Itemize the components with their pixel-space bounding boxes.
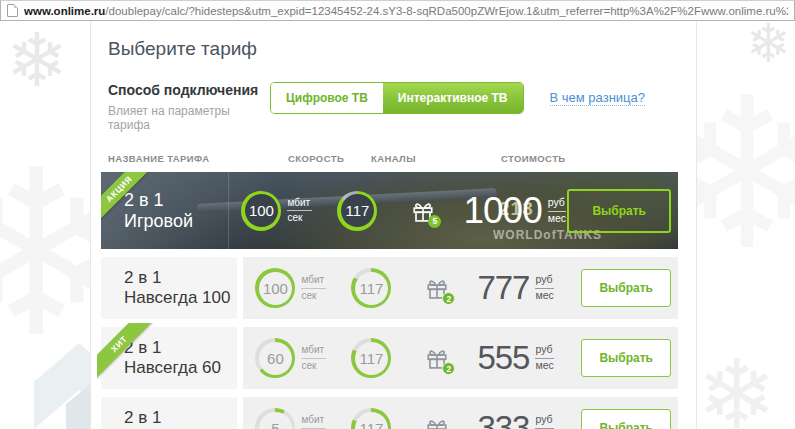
speed-value: 100 [245,194,278,227]
tariff-row-igrovoy: Акция 213 WORLDofTANKS 2 в 1 Игровой 100… [101,172,678,249]
price-cell: 777 руб мес [477,269,581,307]
price-value: 777 [477,269,529,307]
price-cell: 1000 руб мес [463,190,567,232]
price-unit-bottom: мес [548,212,566,226]
price-unit-top: руб [535,273,553,289]
promo-ribbon: Акция [101,172,153,224]
gift-icon: 2 [423,414,457,429]
price-unit-bottom: мес [535,359,553,373]
tariff-list: Акция 213 WORLDofTANKS 2 в 1 Игровой 100… [101,172,678,429]
speed-ring: 100 [241,191,281,231]
snowflake-icon: ❄ [697,347,777,429]
select-tariff-button[interactable]: Выбрать [581,409,671,429]
browser-address-bar[interactable]: www.onlime.ru/doublepay/calc/?hidesteps&… [0,0,795,21]
speed-cell: 5 мбит сек [255,408,351,429]
connection-method-section: Способ подключения Влияет на параметры т… [108,82,696,132]
price-unit: руб мес [535,413,553,429]
snowflake-icon: ❄ [746,16,791,70]
tariff-name: 2 в 1 Навсегда 100 [101,257,237,319]
channels-ring: 117 [351,408,391,429]
channels-ring: 117 [351,268,391,308]
speed-value: 60 [259,342,292,375]
url-text[interactable]: www.onlime.ru/doublepay/calc/?hidesteps&… [24,5,788,17]
speed-value: 5 [259,412,292,429]
header-speed: Скорость [288,153,371,164]
speed-unit-top: мбит [301,344,326,359]
speed-unit: мбит сек [301,344,326,372]
hit-ribbon-label: Хит [97,323,153,379]
url-path: /doublepay/calc/?hidesteps&utm_expid=123… [105,5,788,17]
speed-value: 100 [259,272,292,305]
toggle-interactive-tv[interactable]: Интерактивное ТВ [383,83,523,113]
channels-ring: 117 [351,338,391,378]
price-unit: руб мес [548,196,566,225]
header-price: Стоимость [501,153,696,164]
channels-ring: 117 [337,191,377,231]
channels-value: 117 [355,412,388,429]
promo-ribbon-label: Акция [101,172,153,224]
hit-ribbon: Хит [97,323,153,379]
speed-unit-top: мбит [301,414,326,429]
tariff-row-navsegda-60: Хит 2 в 1 Навсегда 60 60 мбит сек 117 [101,327,678,389]
select-tariff-button[interactable]: Выбрать [567,189,671,233]
header-channels: Каналы [371,153,501,164]
speed-unit-bottom: сек [301,359,326,373]
tariff-row-navsegda-100: 2 в 1 Навсегда 100 100 мбит сек 117 [101,257,678,319]
url-domain: www.onlime.ru [24,5,105,17]
header-tariff-name: Название тарифа [108,153,288,164]
speed-unit: мбит сек [301,414,326,429]
table-header: Название тарифа Скорость Каналы Стоимост… [108,153,696,164]
speed-cell: 60 мбит сек [255,338,351,378]
speed-ring: 5 [255,408,295,429]
tv-type-toggle: Цифровое ТВ Интерактивное ТВ [271,83,523,113]
speed-cell: 100 мбит сек [255,268,351,308]
channels-value: 117 [355,272,388,305]
channels-value: 117 [355,342,388,375]
connection-method-label: Способ подключения [108,82,271,98]
price-unit-top: руб [548,196,566,212]
gift-icon: 5 [409,197,443,225]
page-title: Выберите тариф [108,38,696,60]
speed-unit-bottom: сек [287,211,312,225]
gift-count-badge: 2 [442,292,455,305]
speed-unit-bottom: сек [301,289,326,303]
speed-unit-top: мбит [287,197,312,212]
page-document-icon [7,4,18,17]
price-unit-top: руб [535,343,553,359]
price-value: 1000 [463,190,541,232]
price-unit-bottom: мес [535,289,553,303]
tariff-row-navsegda-5: 2 в 1 Навсегда 5 5 мбит сек 117 [101,397,678,429]
snowflake-icon: ❄ [6,24,68,98]
channels-value: 117 [341,194,374,227]
tariff-name: 2 в 1 Навсегда 5 [101,397,237,429]
price-unit: руб мес [535,273,553,302]
speed-unit-top: мбит [301,274,326,289]
gift-count-badge: 2 [442,362,455,375]
select-tariff-button[interactable]: Выбрать [581,339,671,377]
speed-unit: мбит сек [301,274,326,302]
price-value: 555 [477,339,529,377]
speed-unit: мбит сек [287,197,312,225]
gift-count-badge: 5 [428,215,441,228]
toggle-digital-tv[interactable]: Цифровое ТВ [271,83,383,113]
select-tariff-button[interactable]: Выбрать [581,269,671,307]
speed-ring: 60 [255,338,295,378]
gift-icon: 2 [423,274,457,302]
price-unit: руб мес [535,343,553,372]
connection-method-hint: Влияет на параметры тарифа [108,104,271,132]
price-unit-top: руб [535,413,553,429]
whats-the-difference-link[interactable]: В чем разница? [550,90,645,106]
price-cell: 333 руб мес [477,409,581,429]
price-value: 333 [477,409,529,429]
gift-icon: 2 [423,344,457,372]
tariff-calculator-panel: Выберите тариф Способ подключения Влияет… [90,21,697,429]
price-cell: 555 руб мес [477,339,581,377]
speed-cell: 100 мбит сек [241,191,337,231]
speed-ring: 100 [255,268,295,308]
